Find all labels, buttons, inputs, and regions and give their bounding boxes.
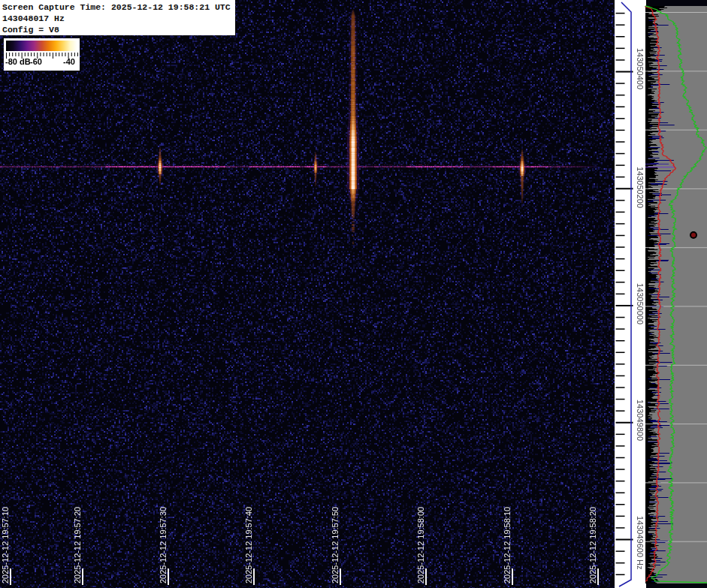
time-axis-label: 2025-12-12 19:58:10 <box>503 507 512 583</box>
time-axis-label: 2025-12-12 19:58:00 <box>416 507 425 583</box>
freq-axis-unit-label: Hz <box>636 559 645 569</box>
freq-axis-label: 143050000 <box>636 283 645 324</box>
colorbar-label-min: -80 dB <box>5 57 31 66</box>
config-text: Config = V8 <box>2 24 235 35</box>
freq-axis-label: 143050200 <box>636 167 645 208</box>
freq-axis-label: 143050400 <box>636 48 645 89</box>
time-axis-label: 2025-12-12 19:57:50 <box>331 507 340 583</box>
time-axis-label: 2025-12-12 19:57:40 <box>244 507 253 583</box>
center-frequency-text: 143048017 Hz <box>2 13 235 24</box>
freq-axis-label: 143049800 <box>636 400 645 441</box>
capture-time-text: Screen Capture Time: 2025-12-12 19:58:21… <box>2 2 235 13</box>
colorbar-label-mid: -60 <box>30 57 42 66</box>
time-axis-label: 2025-12-12 19:57:20 <box>73 507 82 583</box>
freq-axis-label: 143049600 <box>636 516 645 557</box>
time-axis-label: 2025-12-12 19:57:30 <box>159 507 168 583</box>
waterfall-spectrogram-canvas <box>0 0 707 588</box>
colorbar-label-max: -40 <box>63 57 75 66</box>
capture-info-box: Screen Capture Time: 2025-12-12 19:58:21… <box>0 0 235 35</box>
time-axis-label: 2025-12-12 19:57:10 <box>1 507 10 583</box>
spectrogram-capture-window: Screen Capture Time: 2025-12-12 19:58:21… <box>0 0 707 588</box>
time-axis-label: 2025-12-12 19:58:20 <box>588 507 597 583</box>
